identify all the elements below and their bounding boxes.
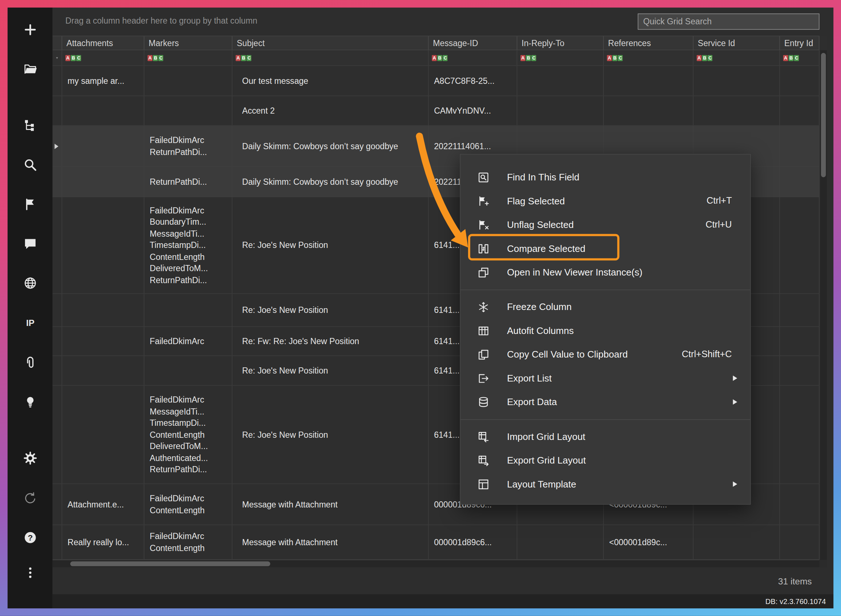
menu-item-export-grid-layout[interactable]: Export Grid Layout bbox=[461, 448, 750, 472]
vertical-scrollbar-thumb[interactable] bbox=[821, 53, 826, 177]
cell-message_id[interactable]: 000001d89c6... bbox=[429, 525, 517, 559]
vertical-scrollbar[interactable] bbox=[819, 50, 827, 560]
table-row[interactable]: Really really lo...FailedDkimArc Content… bbox=[52, 525, 819, 560]
sidebar-attachment-icon[interactable] bbox=[7, 355, 53, 370]
filter-funnel-cell[interactable] bbox=[52, 50, 62, 65]
cell-markers[interactable]: ReturnPathDi... bbox=[144, 167, 232, 197]
horizontal-scrollbar[interactable] bbox=[52, 560, 819, 568]
cell-entry_id[interactable] bbox=[780, 294, 820, 326]
filter-cell-entry_id[interactable]: ABC bbox=[780, 50, 820, 65]
cell-markers[interactable] bbox=[144, 96, 232, 125]
column-header-service_id[interactable]: Service Id bbox=[694, 36, 780, 50]
sidebar-flag-icon[interactable] bbox=[7, 197, 53, 212]
column-header-message_id[interactable]: Message-ID bbox=[429, 36, 517, 50]
cell-references[interactable] bbox=[604, 96, 694, 125]
cell-subject[interactable]: Daily Skimm: Cowboys don’t say goodbye bbox=[232, 126, 429, 167]
cell-attachments[interactable] bbox=[62, 386, 144, 484]
table-row[interactable]: my sample ar...Our test messageA8C7C8F8-… bbox=[52, 66, 819, 96]
filter-cell-in_reply_to[interactable]: ABC bbox=[517, 50, 603, 65]
cell-markers[interactable]: FailedDkimArc bbox=[144, 327, 232, 356]
cell-attachments[interactable] bbox=[62, 96, 144, 125]
column-header-references[interactable]: References bbox=[604, 36, 694, 50]
column-header-subject[interactable]: Subject bbox=[232, 36, 429, 50]
cell-message_id[interactable]: CAMvYnDNV... bbox=[429, 96, 517, 125]
sidebar-comment-icon[interactable] bbox=[7, 236, 53, 251]
sidebar-search-icon[interactable] bbox=[7, 157, 53, 172]
sidebar-globe-icon[interactable] bbox=[7, 276, 53, 291]
cell-markers[interactable] bbox=[144, 356, 232, 385]
sidebar-help-icon[interactable]: ? bbox=[7, 530, 53, 545]
cell-message_id[interactable]: A8C7C8F8-25... bbox=[429, 66, 517, 96]
horizontal-scrollbar-thumb[interactable] bbox=[70, 561, 270, 566]
menu-item-open-in-new-viewer-instance-s[interactable]: Open in New Viewer Instance(s) bbox=[461, 260, 750, 284]
cell-markers[interactable] bbox=[144, 294, 232, 326]
cell-in_reply_to[interactable] bbox=[517, 525, 603, 559]
menu-item-find-in-this-field[interactable]: Find In This Field bbox=[461, 165, 750, 189]
table-row[interactable]: Accent 2CAMvYnDNV... bbox=[52, 96, 819, 126]
cell-markers[interactable]: FailedDkimArc ContentLength bbox=[144, 525, 232, 559]
sidebar-open-folder-icon[interactable] bbox=[7, 62, 53, 77]
menu-item-layout-template[interactable]: Layout Template bbox=[461, 472, 750, 496]
filter-cell-attachments[interactable]: ABC bbox=[62, 50, 144, 65]
sidebar-hint-bulb-icon[interactable] bbox=[7, 395, 53, 410]
sidebar-ip-icon[interactable]: IP bbox=[7, 315, 53, 331]
cell-attachments[interactable] bbox=[62, 167, 144, 197]
cell-subject[interactable]: Our test message bbox=[232, 66, 429, 96]
cell-subject[interactable]: Accent 2 bbox=[232, 96, 429, 125]
cell-entry_id[interactable] bbox=[780, 386, 820, 484]
quick-grid-search-input[interactable] bbox=[638, 13, 819, 30]
menu-item-export-list[interactable]: Export List bbox=[461, 366, 750, 390]
cell-markers[interactable]: FailedDkimArc ReturnPathDi... bbox=[144, 126, 232, 167]
cell-subject[interactable]: Daily Skimm: Cowboys don’t say goodbye bbox=[232, 167, 429, 197]
cell-references[interactable]: <000001d89c... bbox=[604, 525, 694, 559]
cell-subject[interactable]: Re: Joe's New Position bbox=[232, 197, 429, 293]
filter-cell-references[interactable]: ABC bbox=[604, 50, 694, 65]
cell-service_id[interactable] bbox=[694, 525, 780, 559]
column-header-entry_id[interactable]: Entry Id bbox=[780, 36, 820, 50]
cell-service_id[interactable] bbox=[694, 66, 780, 96]
sidebar-settings-gear-icon[interactable] bbox=[7, 450, 53, 466]
cell-in_reply_to[interactable] bbox=[517, 96, 603, 125]
cell-attachments[interactable] bbox=[62, 294, 144, 326]
sidebar-add-icon[interactable] bbox=[7, 22, 53, 37]
filter-cell-message_id[interactable]: ABC bbox=[429, 50, 517, 65]
menu-item-autofit-columns[interactable]: Autofit Columns bbox=[461, 319, 750, 342]
menu-item-copy-cell-value-to-clipboard[interactable]: Copy Cell Value to ClipboardCtrl+Shift+C bbox=[461, 343, 750, 366]
cell-attachments[interactable] bbox=[62, 197, 144, 293]
cell-references[interactable] bbox=[604, 66, 694, 96]
column-header-markers[interactable]: Markers bbox=[144, 36, 232, 50]
menu-item-flag-selected[interactable]: Flag SelectedCtrl+T bbox=[461, 189, 750, 213]
cell-markers[interactable]: FailedDkimArc BoundaryTim... MessageIdTi… bbox=[144, 197, 232, 293]
cell-attachments[interactable] bbox=[62, 356, 144, 385]
cell-markers[interactable]: FailedDkimArc ContentLength bbox=[144, 484, 232, 525]
cell-entry_id[interactable] bbox=[780, 126, 820, 167]
sidebar-update-icon[interactable] bbox=[7, 490, 53, 506]
menu-item-freeze-column[interactable]: Freeze Column bbox=[461, 295, 750, 319]
menu-item-unflag-selected[interactable]: Unflag SelectedCtrl+U bbox=[461, 213, 750, 236]
cell-subject[interactable]: Re: Joe's New Position bbox=[232, 386, 429, 484]
column-header-in_reply_to[interactable]: In-Reply-To bbox=[517, 36, 603, 50]
filter-cell-service_id[interactable]: ABC bbox=[694, 50, 780, 65]
cell-entry_id[interactable] bbox=[780, 356, 820, 385]
cell-entry_id[interactable] bbox=[780, 167, 820, 197]
cell-entry_id[interactable] bbox=[780, 327, 820, 356]
cell-attachments[interactable]: Really really lo... bbox=[62, 525, 144, 559]
cell-attachments[interactable] bbox=[62, 126, 144, 167]
cell-attachments[interactable]: Attachment.e... bbox=[62, 484, 144, 525]
cell-entry_id[interactable] bbox=[780, 96, 820, 125]
cell-subject[interactable]: Re: Joe's New Position bbox=[232, 356, 429, 385]
menu-item-import-grid-layout[interactable]: Import Grid Layout bbox=[461, 425, 750, 448]
cell-subject[interactable]: Re: Fw: Re: Joe's New Position bbox=[232, 327, 429, 356]
cell-in_reply_to[interactable] bbox=[517, 66, 603, 96]
menu-item-export-data[interactable]: Export Data bbox=[461, 390, 750, 414]
sidebar-tree-view-icon[interactable] bbox=[7, 117, 53, 133]
cell-service_id[interactable] bbox=[694, 96, 780, 125]
cell-entry_id[interactable] bbox=[780, 525, 820, 559]
cell-subject[interactable]: Message with Attachment bbox=[232, 484, 429, 525]
cell-markers[interactable] bbox=[144, 66, 232, 96]
cell-entry_id[interactable] bbox=[780, 66, 820, 96]
filter-cell-markers[interactable]: ABC bbox=[144, 50, 232, 65]
sidebar-overflow-menu-icon[interactable] bbox=[7, 565, 53, 581]
cell-attachments[interactable] bbox=[62, 327, 144, 356]
cell-markers[interactable]: FailedDkimArc MessageIdTi... TimestampDi… bbox=[144, 386, 232, 484]
